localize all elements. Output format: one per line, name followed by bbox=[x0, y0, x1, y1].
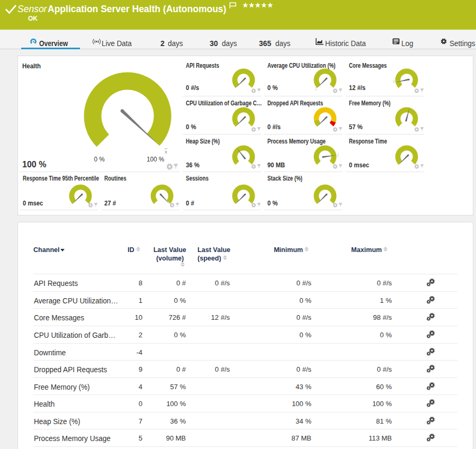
svg-text:x: x bbox=[337, 154, 339, 157]
svg-text:x: x bbox=[165, 149, 167, 155]
svg-text:x: x bbox=[315, 87, 317, 91]
svg-text:x: x bbox=[393, 80, 395, 84]
